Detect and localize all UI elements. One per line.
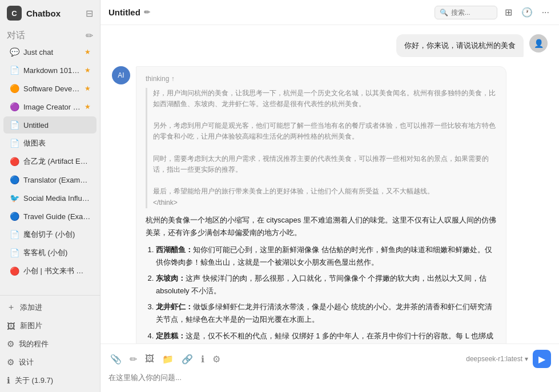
- edit-icon[interactable]: ✏: [128, 352, 139, 366]
- ai-message: AI thinking ↑ 好，用户询问杭州的美食，让我思考一下，杭州是一个历史…: [112, 66, 548, 344]
- page-title: Untitled ✏: [108, 7, 430, 17]
- sidebar-item-kekejii[interactable]: 📄 客客机 (小创): [3, 244, 96, 261]
- search-icon: 🔍: [440, 9, 448, 17]
- thinking-label: thinking ↑: [146, 74, 497, 84]
- doc-icon: 📄: [9, 229, 19, 240]
- star-icon: ★: [85, 84, 91, 92]
- user-message: 你好，你来说，请说说杭州的美食 👤: [112, 34, 548, 57]
- travel-icon: 🔵: [9, 211, 19, 221]
- list-item: 龙井虾仁：做饭多绿鲜虾仁龙并行清淡水带淡，像是小超心 统统的小心。龙井茶的清香和…: [156, 301, 497, 326]
- settings-icon[interactable]: ⚙: [211, 352, 222, 366]
- chat-icon: 💬: [9, 47, 19, 57]
- sidebar-item-markdown[interactable]: 📄 Markdown 101 (Exam... ★: [3, 62, 96, 79]
- sidebar-item-xiaochuang[interactable]: 🔴 小创 | 书文来书 成报 (小创): [3, 262, 96, 280]
- about-button[interactable]: ℹ 关于 (1.9.7): [0, 371, 100, 390]
- translator-icon: 🔵: [9, 175, 19, 185]
- input-row: [108, 373, 551, 386]
- add-icon: ＋: [7, 302, 15, 313]
- link-icon[interactable]: 🔗: [180, 352, 195, 366]
- user-avatar: 👤: [529, 34, 548, 52]
- edit-title-icon[interactable]: ✏: [144, 8, 150, 17]
- doc-icon: 📄: [9, 120, 19, 130]
- more-options-icon[interactable]: ···: [540, 6, 551, 19]
- settings-icon: ⚙: [7, 357, 14, 367]
- sidebar-item-software-dev[interactable]: 🟠 Software Developer (... ★: [3, 80, 96, 97]
- main-panel: Untitled ✏ 🔍 ⊞ 🕐 ··· 你好，你来说，请说说杭州的美食 👤 A…: [100, 0, 559, 392]
- star-icon: ★: [85, 48, 91, 56]
- image-icon: 🟣: [9, 102, 19, 112]
- search-input[interactable]: [451, 9, 497, 17]
- recent-section-label: 对话 ✏: [0, 26, 100, 43]
- user-bubble: 你好，你来说，请说说杭州的美食: [396, 34, 524, 57]
- collapse-sidebar-button[interactable]: ⊟: [86, 8, 93, 19]
- model-selector[interactable]: deepseek-r1:latest ▾: [466, 355, 528, 363]
- doc-icon: 📄: [9, 248, 19, 258]
- list-item: 定胜糕：这是，仅不长不粗的代点，鲑绿 仅绑好 1 多的中年人，在茶月中你们十行的…: [156, 330, 497, 344]
- ai-avatar: AI: [112, 66, 130, 84]
- new-image-button[interactable]: 🖼 新图片: [0, 317, 100, 335]
- doc-icon: 📄: [9, 138, 19, 148]
- settings-button[interactable]: ⚙ 设计: [0, 353, 100, 371]
- sidebar-item-mochuangqiezi[interactable]: 📄 魔创切子 (小创): [3, 226, 96, 243]
- sidebar-item-just-chat[interactable]: 💬 Just chat ★: [3, 43, 96, 60]
- input-toolbar: 📎 ✏ 🖼 📁 🔗 ℹ ⚙ deepseek-r1:latest ▾ ▶: [108, 350, 551, 368]
- star-icon: ★: [85, 103, 91, 111]
- chat-area: 你好，你来说，请说说杭州的美食 👤 AI thinking ↑ 好，用户询问杭州…: [100, 25, 559, 343]
- artifact-icon: 🔴: [9, 156, 19, 167]
- social-icon: 🐦: [9, 193, 19, 203]
- history-icon[interactable]: 🕐: [520, 5, 534, 19]
- sidebar: C Chatbox ⊟ 对话 ✏ 💬 Just chat ★ 📄 Markdow…: [0, 0, 100, 392]
- image-icon: 🖼: [7, 321, 15, 331]
- app-title: Chatbox: [26, 9, 81, 18]
- send-button[interactable]: ▶: [533, 350, 551, 368]
- sidebar-item-social-media[interactable]: 🐦 Social Media Influencer (E...: [3, 189, 96, 207]
- image-upload-icon[interactable]: 🖼: [143, 352, 156, 366]
- software-icon: 🟠: [9, 83, 19, 94]
- sidebar-item-travel-guide[interactable]: 🔵 Travel Guide (Example): [3, 208, 96, 225]
- sidebar-item-artifact[interactable]: 🔴 合乙龙 (Artifact Example): [3, 153, 96, 170]
- sidebar-item-translator[interactable]: 🔵 Translator (Example): [3, 171, 96, 188]
- star-icon: ★: [85, 66, 91, 74]
- info-icon: ℹ: [7, 375, 10, 386]
- think-block: 好，用户询问杭州的美食，让我思考一下，杭州是一个历史文化名城，以其美食闻名。杭州…: [146, 88, 497, 208]
- folder-icon[interactable]: 📁: [160, 352, 175, 366]
- app-logo: C: [7, 6, 22, 21]
- sidebar-header: C Chatbox ⊟: [0, 0, 100, 26]
- doc-icon: 📄: [9, 65, 19, 75]
- ai-bubble: thinking ↑ 好，用户询问杭州的美食，让我思考一下，杭州是一个历史文化名…: [136, 66, 506, 344]
- input-area: 📎 ✏ 🖼 📁 🔗 ℹ ⚙ deepseek-r1:latest ▾ ▶: [100, 343, 559, 392]
- message-input[interactable]: [108, 373, 551, 386]
- add-conversation-button[interactable]: ＋ 添加进: [0, 298, 100, 317]
- list-item: 东坡肉：这声 快候洋门的肉，那么很那，入口就化，节间像像个 个撑嫩的软大肉，出然…: [156, 272, 497, 297]
- attach-icon[interactable]: 📎: [108, 352, 123, 366]
- sidebar-item-image-creator[interactable]: 🟣 Image Creator (Exam... ★: [3, 98, 96, 115]
- list-item: 西湖醋鱼：知你们可能已心到，这里的新鲜湖像像 估估鲂的时光作，鲜鱼肉的味道和细嫩…: [156, 244, 497, 269]
- ai-main-content: 杭州的美食像一个地区的小缩写，在 cityscapes 里不难追溯着人们的味觉。…: [146, 214, 497, 343]
- food-list: 西湖醋鱼：知你们可能已心到，这里的新鲜湖像像 估估鲂的时光作，鲜鱼肉的味道和细嫩…: [146, 244, 497, 343]
- sidebar-bottom: ＋ 添加进 🖼 新图片 ⚙ 我的程件 ⚙ 设计 ℹ 关于 (1.9.7): [0, 295, 100, 392]
- search-box[interactable]: 🔍: [435, 6, 497, 19]
- sidebar-item-zuotutu[interactable]: 📄 做图表: [3, 135, 96, 152]
- layout-icon[interactable]: ⊞: [503, 5, 514, 19]
- main-header: Untitled ✏ 🔍 ⊞ 🕐 ···: [100, 0, 559, 25]
- add-chat-icon[interactable]: ✏: [86, 30, 93, 41]
- info-icon[interactable]: ℹ: [199, 352, 206, 366]
- header-actions: 🔍 ⊞ 🕐 ···: [435, 5, 551, 19]
- sidebar-item-untitled[interactable]: 📄 Untitled: [3, 116, 96, 134]
- xiaochuang-icon: 🔴: [9, 266, 19, 276]
- models-icon: ⚙: [7, 339, 14, 349]
- chevron-down-icon: ▾: [525, 355, 528, 363]
- my-models-button[interactable]: ⚙ 我的程件: [0, 335, 100, 353]
